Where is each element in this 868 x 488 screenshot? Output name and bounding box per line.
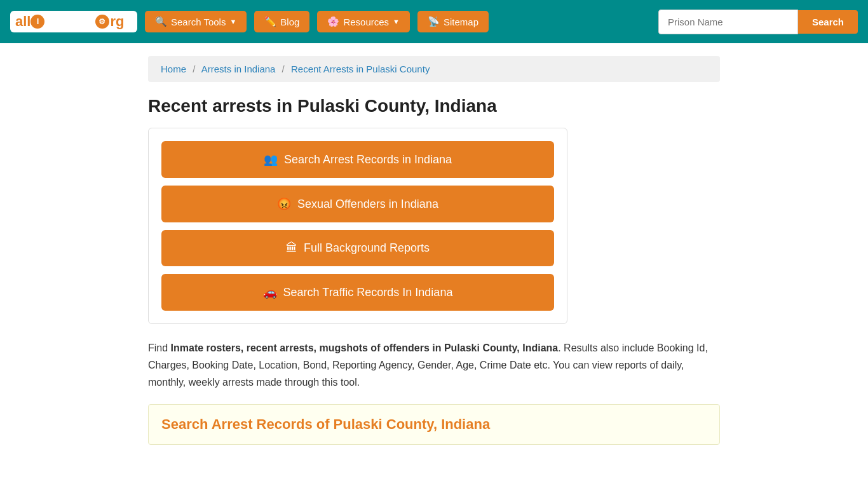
people-icon bbox=[264, 152, 278, 166]
resources-label: Resources bbox=[343, 17, 389, 27]
logo-gear-circle: I bbox=[31, 15, 44, 29]
blog-icon: ✏️ bbox=[264, 16, 276, 27]
prison-name-input[interactable] bbox=[658, 10, 798, 34]
search-arrest-button[interactable]: Search Arrest Records in Indiana bbox=[161, 141, 554, 178]
breadcrumb-current: Recent Arrests in Pulaski County bbox=[291, 64, 430, 74]
logo-all: all bbox=[15, 13, 31, 30]
site-logo[interactable]: allInmates⚙rg bbox=[10, 11, 137, 32]
search-button-label: Search bbox=[812, 17, 844, 27]
nav-blog[interactable]: ✏️ Blog bbox=[254, 11, 309, 32]
action-card: Search Arrest Records in Indiana Sexual … bbox=[148, 128, 567, 324]
main-header: allInmates⚙rg 🔍 Search Tools ▼ ✏️ Blog 🌸… bbox=[0, 0, 868, 43]
header-search-bar: Search bbox=[658, 10, 858, 34]
breadcrumb-arrests[interactable]: Arrests in Indiana bbox=[201, 64, 276, 74]
sexual-offenders-button[interactable]: Sexual Offenders in Indiana bbox=[161, 186, 554, 222]
description-prefix: Find bbox=[148, 342, 171, 353]
angry-icon bbox=[277, 197, 291, 211]
logo-org: rg bbox=[111, 13, 125, 30]
traffic-records-label: Search Traffic Records In Indiana bbox=[283, 286, 453, 299]
page-title: Recent arrests in Pulaski County, Indian… bbox=[148, 96, 720, 116]
resources-arrow: ▼ bbox=[393, 18, 400, 25]
search-section-title: Search Arrest Records of Pulaski County,… bbox=[161, 416, 707, 433]
blog-label: Blog bbox=[280, 17, 299, 27]
logo-nmates: nmates bbox=[44, 13, 93, 30]
background-reports-button[interactable]: Full Background Reports bbox=[161, 230, 554, 266]
description-bold: Inmate rosters, recent arrests, mugshots… bbox=[171, 342, 559, 353]
nav-sitemap[interactable]: 📡 Sitemap bbox=[417, 11, 489, 32]
breadcrumb-sep-1: / bbox=[193, 64, 195, 74]
search-tools-label: Search Tools bbox=[171, 17, 226, 27]
search-tools-arrow: ▼ bbox=[229, 18, 236, 25]
header-search-button[interactable]: Search bbox=[798, 10, 858, 34]
breadcrumb-sep-2: / bbox=[282, 64, 285, 74]
main-content: Home / Arrests in Indiana / Recent Arres… bbox=[148, 43, 720, 470]
breadcrumb-home[interactable]: Home bbox=[161, 64, 186, 74]
background-reports-label: Full Background Reports bbox=[304, 241, 430, 255]
sitemap-label: Sitemap bbox=[444, 17, 478, 27]
nav-search-tools[interactable]: 🔍 Search Tools ▼ bbox=[145, 11, 247, 32]
search-tools-icon: 🔍 bbox=[155, 16, 167, 27]
sexual-offenders-label: Sexual Offenders in Indiana bbox=[297, 198, 438, 211]
building-icon bbox=[286, 241, 297, 255]
car-icon bbox=[263, 285, 277, 299]
breadcrumb: Home / Arrests in Indiana / Recent Arres… bbox=[148, 56, 720, 82]
search-section: Search Arrest Records of Pulaski County,… bbox=[148, 404, 720, 445]
description-text: Find Inmate rosters, recent arrests, mug… bbox=[148, 339, 720, 391]
search-arrest-label: Search Arrest Records in Indiana bbox=[284, 153, 452, 166]
traffic-records-button[interactable]: Search Traffic Records In Indiana bbox=[161, 274, 554, 311]
logo-dot-circle: ⚙ bbox=[95, 15, 109, 29]
sitemap-icon: 📡 bbox=[428, 16, 440, 27]
nav-resources[interactable]: 🌸 Resources ▼ bbox=[317, 11, 410, 32]
resources-icon: 🌸 bbox=[327, 16, 339, 27]
